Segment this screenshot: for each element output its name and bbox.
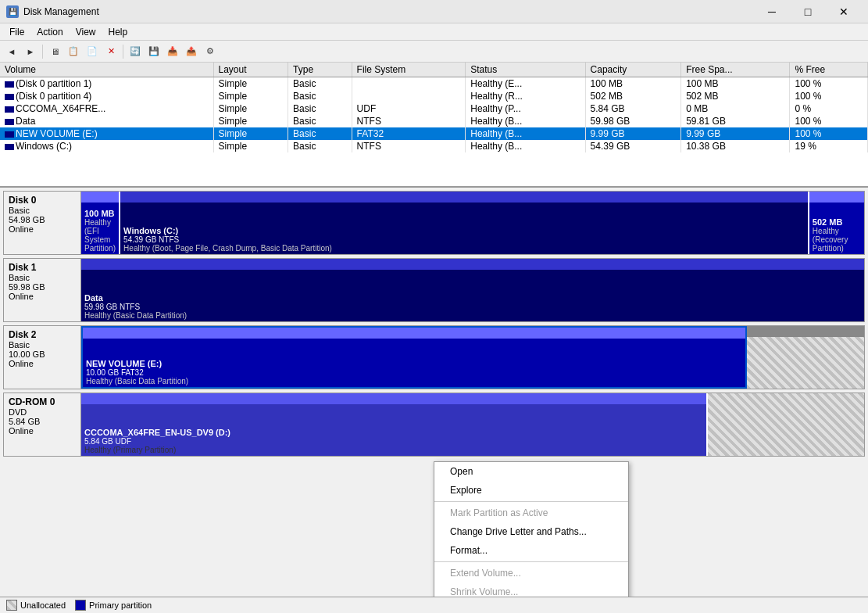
row-cell-2: Basic: [288, 127, 352, 140]
tb-import[interactable]: 📥: [164, 43, 181, 60]
row-cell-1: Simple: [213, 102, 288, 115]
disk-0-part-1-name: 100 MB: [84, 209, 116, 218]
disk-0-partitions: 100 MB Healthy (EFI System Partition) Wi…: [81, 191, 865, 255]
legend-unalloc-label: Unallocated: [20, 600, 66, 610]
tb-settings[interactable]: ⚙: [202, 43, 219, 60]
row-cell-4: Healthy (P...: [466, 102, 585, 115]
ctx-extend: Extend Volume...: [434, 564, 628, 583]
disk-1-part-1[interactable]: Data 59.98 GB NTFS Healthy (Basic Data P…: [81, 259, 864, 321]
table-row[interactable]: (Disk 0 partition 4)SimpleBasicHealthy (…: [0, 90, 868, 102]
row-cell-7: 0 %: [790, 102, 868, 115]
row-cell-0: NEW VOLUME (E:): [0, 127, 213, 140]
ctx-explore[interactable]: Explore: [434, 481, 628, 500]
row-cell-0: CCCOMA_X64FRE...: [0, 102, 213, 115]
disk-0-part-2[interactable]: Windows (C:) 54.39 GB NTFS Healthy (Boot…: [120, 192, 809, 254]
row-cell-4: Healthy (B...: [466, 140, 585, 152]
table-row[interactable]: NEW VOLUME (E:)SimpleBasicFAT32Healthy (…: [0, 127, 868, 140]
tb-delete[interactable]: ✕: [102, 43, 120, 60]
tb-new[interactable]: 📄: [84, 43, 101, 60]
disk-1-status: Online: [9, 292, 76, 301]
row-cell-5: 9.99 GB: [585, 127, 681, 140]
row-cell-0: (Disk 0 partition 1): [0, 77, 213, 91]
disk-2-part-2: [747, 326, 864, 389]
ctx-sep-2: [434, 561, 628, 562]
menu-help[interactable]: Help: [102, 25, 134, 39]
legend: Unallocated Primary partition: [0, 597, 868, 613]
disk-0-part-3[interactable]: 502 MB Healthy (Recovery Partition): [809, 192, 864, 254]
volume-table: Volume Layout Type File System Status Ca…: [0, 63, 868, 152]
table-row[interactable]: CCCOMA_X64FRE...SimpleBasicUDFHealthy (P…: [0, 102, 868, 115]
row-cell-7: 100 %: [790, 127, 868, 140]
tb-clipboard[interactable]: 📋: [65, 43, 82, 60]
row-cell-3: FAT32: [352, 127, 466, 140]
row-cell-3: [352, 77, 466, 91]
ctx-format[interactable]: Format...: [434, 541, 628, 560]
disk-0-part-2-body: Windows (C:) 54.39 GB NTFS Healthy (Boot…: [123, 226, 805, 253]
disk-1-part-1-desc: Healthy (Basic Data Partition): [84, 311, 861, 320]
menu-action[interactable]: Action: [30, 25, 69, 39]
row-cell-6: 0 MB: [681, 102, 790, 115]
tb-export[interactable]: 📤: [183, 43, 200, 60]
disk-2-part-1[interactable]: NEW VOLUME (E:) 10.00 GB FAT32 Healthy (…: [81, 326, 747, 389]
window-controls[interactable]: ─ □ ✕: [754, 0, 862, 23]
disk-0-label: Disk 0 Basic 54.98 GB Online: [3, 191, 81, 255]
window-title: Disk Management: [23, 6, 99, 17]
tb-save[interactable]: 💾: [145, 43, 163, 60]
row-cell-2: Basic: [288, 115, 352, 127]
tb-properties[interactable]: 🖥: [46, 43, 63, 60]
row-cell-1: Simple: [213, 140, 288, 152]
disk-0-part-3-body: 502 MB Healthy (Recovery Partition): [813, 217, 861, 253]
row-cell-7: 19 %: [790, 140, 868, 152]
col-freespace: Free Spa...: [681, 63, 790, 77]
row-cell-6: 502 MB: [681, 90, 790, 102]
disk-0-part-3-name: 502 MB: [813, 217, 861, 227]
cdrom-0-size: 5.84 GB: [9, 417, 76, 426]
tb-refresh[interactable]: 🔄: [127, 43, 144, 60]
ctx-shrink: Shrink Volume...: [434, 583, 628, 597]
maximize-button[interactable]: □: [790, 0, 826, 23]
disk-area: Disk 0 Basic 54.98 GB Online 100 MB Heal…: [0, 188, 868, 597]
disk-1-size: 59.98 GB: [9, 282, 76, 292]
menu-file[interactable]: File: [3, 25, 30, 39]
disk-1-row: Disk 1 Basic 59.98 GB Online Data 59.98 …: [3, 258, 865, 322]
disk-0-part-1-header: [81, 192, 119, 203]
table-row[interactable]: DataSimpleBasicNTFSHealthy (B...59.98 GB…: [0, 115, 868, 127]
cdrom-0-part-1[interactable]: CCCOMA_X64FRE_EN-US_DV9 (D:) 5.84 GB UDF…: [81, 393, 708, 456]
disk-2-partitions: NEW VOLUME (E:) 10.00 GB FAT32 Healthy (…: [81, 325, 865, 389]
disk-2-part-1-size: 10.00 GB FAT32: [86, 368, 742, 377]
tb-forward[interactable]: ►: [22, 43, 39, 60]
cdrom-0-partitions: CCCOMA_X64FRE_EN-US_DV9 (D:) 5.84 GB UDF…: [81, 393, 865, 457]
row-cell-1: Simple: [213, 90, 288, 102]
disk-0-part-2-header: [120, 192, 808, 203]
cdrom-0-part-1-body: CCCOMA_X64FRE_EN-US_DV9 (D:) 5.84 GB UDF…: [84, 428, 703, 454]
disk-0-part-1[interactable]: 100 MB Healthy (EFI System Partition): [81, 192, 120, 254]
ctx-mark-active: Mark Partition as Active: [434, 504, 628, 522]
disk-0-part-3-header: [809, 192, 864, 203]
toolbar: ◄ ► 🖥 📋 📄 ✕ 🔄 💾 📥 📤 ⚙: [0, 41, 868, 63]
menu-view[interactable]: View: [70, 25, 102, 39]
row-cell-3: NTFS: [352, 140, 466, 152]
table-row[interactable]: Windows (C:)SimpleBasicNTFSHealthy (B...…: [0, 140, 868, 152]
table-header-row: Volume Layout Type File System Status Ca…: [0, 63, 868, 77]
table-row[interactable]: (Disk 0 partition 1)SimpleBasicHealthy (…: [0, 77, 868, 91]
row-cell-1: Simple: [213, 77, 288, 91]
ctx-open[interactable]: Open: [434, 462, 628, 481]
disk-0-part-2-name: Windows (C:): [123, 226, 805, 235]
disk-0-part-1-desc: Healthy (EFI System Partition): [84, 218, 116, 253]
row-cell-7: 100 %: [790, 77, 868, 91]
ctx-change-drive[interactable]: Change Drive Letter and Paths...: [434, 522, 628, 541]
row-cell-5: 5.84 GB: [585, 102, 681, 115]
tb-back[interactable]: ◄: [3, 43, 20, 60]
cdrom-0-label: CD-ROM 0 DVD 5.84 GB Online: [3, 393, 81, 457]
row-cell-1: Simple: [213, 115, 288, 127]
disk-1-part-1-name: Data: [84, 293, 861, 303]
tb-sep-1: [42, 45, 43, 59]
row-cell-5: 54.39 GB: [585, 140, 681, 152]
row-cell-4: Healthy (E...: [466, 77, 585, 91]
disk-2-status: Online: [9, 359, 76, 368]
minimize-button[interactable]: ─: [754, 0, 790, 23]
context-menu: Open Explore Mark Partition as Active Ch…: [434, 461, 629, 597]
disk-0-part-1-body: 100 MB Healthy (EFI System Partition): [84, 209, 116, 253]
row-cell-2: Basic: [288, 90, 352, 102]
close-button[interactable]: ✕: [826, 0, 862, 23]
